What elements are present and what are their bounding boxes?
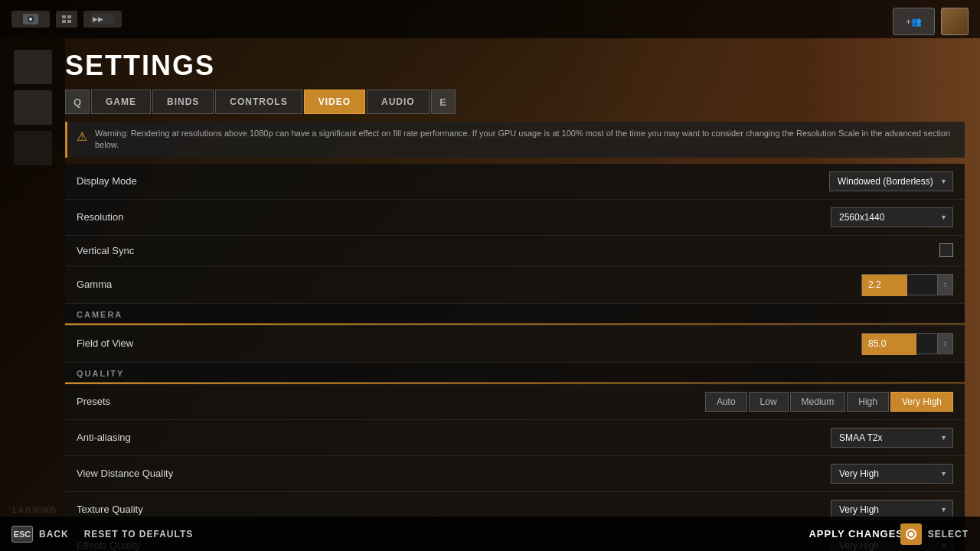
- resolution-control[interactable]: 2560x1440 1920x1080 980x551: [831, 207, 953, 227]
- apply-button[interactable]: APPLY CHANGES: [808, 528, 903, 540]
- top-bar-icons: ▶▶: [11, 11, 122, 28]
- antialiasing-label: Anti-aliasing: [77, 432, 131, 443]
- select-icon: [900, 523, 922, 545]
- gamma-slider[interactable]: 2.2 ↕: [861, 274, 953, 295]
- svg-point-2: [29, 18, 32, 21]
- antialiasing-control[interactable]: SMAA T2xSMAA 1xFXAAOff: [831, 428, 953, 448]
- tab-game[interactable]: GAME: [91, 90, 151, 114]
- tab-controls[interactable]: CONTROLS: [215, 90, 302, 114]
- display-mode-row: Display Mode Windowed (Borderless) Fulls…: [65, 164, 965, 200]
- preset-very-high[interactable]: Very High: [890, 392, 953, 412]
- preset-low[interactable]: Low: [749, 392, 789, 412]
- gamma-control[interactable]: 2.2 ↕: [861, 274, 953, 295]
- view-distance-control[interactable]: Very HighHighMediumLow: [831, 464, 953, 484]
- svg-rect-3: [62, 15, 66, 18]
- display-mode-select[interactable]: Windowed (Borderless) Fullscreen Windowe…: [829, 171, 953, 191]
- svg-point-10: [909, 532, 913, 536]
- tab-audio[interactable]: AUDIO: [367, 90, 430, 114]
- display-mode-control[interactable]: Windowed (Borderless) Fullscreen Windowe…: [829, 171, 953, 191]
- tab-bracket-q[interactable]: Q: [65, 90, 90, 114]
- top-bar: ▶▶ +👥: [0, 0, 980, 38]
- tab-bar: Q GAME BINDS CONTROLS VIDEO AUDIO E: [65, 90, 965, 114]
- avatar[interactable]: [941, 8, 969, 35]
- view-distance-row: View Distance Quality Very HighHighMediu…: [65, 456, 965, 492]
- esc-key[interactable]: ESC: [11, 526, 33, 543]
- svg-rect-5: [62, 20, 66, 23]
- sidebar-icon-3: [14, 131, 52, 165]
- texture-quality-label: Texture Quality: [77, 504, 143, 515]
- antialiasing-select[interactable]: SMAA T2xSMAA 1xFXAAOff: [831, 428, 953, 448]
- warning-box: ⚠ Warning: Rendering at resolutions abov…: [65, 122, 965, 158]
- view-distance-select[interactable]: Very HighHighMediumLow: [831, 464, 953, 484]
- steam-icon[interactable]: [11, 11, 50, 28]
- warning-icon: ⚠: [77, 129, 87, 145]
- resolution-label: Resolution: [77, 211, 123, 223]
- left-sidebar: [0, 38, 65, 551]
- nav-icon-1[interactable]: [56, 11, 77, 28]
- fov-value: 85.0: [868, 338, 886, 349]
- tab-binds[interactable]: BINDS: [152, 90, 214, 114]
- reset-button[interactable]: RESET TO DEFAULTS: [84, 529, 194, 540]
- presets-row: Presets Auto Low Medium High Very High: [65, 384, 965, 420]
- preset-medium[interactable]: Medium: [790, 392, 846, 412]
- sidebar-icon-2: [14, 90, 52, 125]
- preset-high[interactable]: High: [847, 392, 889, 412]
- presets-label: Presets: [77, 396, 110, 407]
- settings-panel: SETTINGS Q GAME BINDS CONTROLS VIDEO AUD…: [65, 38, 980, 551]
- fov-slider-btn[interactable]: ↕: [937, 333, 952, 354]
- reset-label: RESET TO DEFAULTS: [84, 529, 194, 540]
- main-content: SETTINGS Q GAME BINDS CONTROLS VIDEO AUD…: [0, 38, 980, 551]
- apply-label: APPLY CHANGES: [808, 528, 903, 540]
- resolution-select[interactable]: 2560x1440 1920x1080 980x551: [831, 207, 953, 227]
- tab-bracket-e[interactable]: E: [431, 90, 456, 114]
- bottom-bar: ESC BACK RESET TO DEFAULTS APPLY CHANGES…: [0, 517, 980, 551]
- display-mode-label: Display Mode: [77, 175, 137, 187]
- vsync-checkbox[interactable]: [939, 243, 953, 257]
- quality-section-header: QUALITY: [65, 363, 965, 383]
- gamma-label: Gamma: [77, 279, 112, 290]
- gamma-slider-btn[interactable]: ↕: [937, 274, 952, 295]
- select-label: SELECT: [928, 529, 969, 540]
- fov-label: Field of View: [77, 337, 133, 349]
- settings-content[interactable]: Display Mode Windowed (Borderless) Fulls…: [65, 164, 965, 551]
- resolution-row: Resolution 2560x1440 1920x1080 980x551: [65, 200, 965, 236]
- select-button[interactable]: SELECT: [900, 523, 969, 545]
- back-button[interactable]: ESC BACK: [11, 526, 69, 543]
- vsync-row: Vertical Sync: [65, 236, 965, 266]
- back-label: BACK: [39, 529, 69, 540]
- preset-auto[interactable]: Auto: [705, 392, 747, 412]
- sidebar-icon-1: [14, 50, 52, 84]
- vsync-control[interactable]: [939, 243, 953, 257]
- antialiasing-row: Anti-aliasing SMAA T2xSMAA 1xFXAAOff: [65, 420, 965, 456]
- view-distance-label: View Distance Quality: [77, 468, 173, 479]
- page-title: SETTINGS: [65, 38, 965, 90]
- warning-text: Warning: Rendering at resolutions above …: [95, 128, 956, 152]
- svg-rect-6: [67, 20, 71, 23]
- svg-text:▶▶: ▶▶: [93, 15, 103, 23]
- gamma-row: Gamma 2.2 ↕: [65, 266, 965, 304]
- vsync-label: Vertical Sync: [77, 245, 134, 256]
- top-right-icons: +👥: [893, 8, 969, 35]
- group-icon[interactable]: +👥: [893, 8, 935, 35]
- fov-slider[interactable]: 85.0 ↕: [861, 333, 953, 354]
- fov-control[interactable]: 85.0 ↕: [861, 333, 953, 354]
- gamma-value: 2.2: [868, 279, 881, 290]
- tab-video[interactable]: VIDEO: [304, 90, 365, 114]
- svg-rect-4: [67, 15, 71, 18]
- camera-section-header: CAMERA: [65, 304, 965, 324]
- fov-row: Field of View 85.0 ↕: [65, 325, 965, 363]
- nav-icon-2[interactable]: ▶▶: [83, 11, 122, 28]
- presets-control[interactable]: Auto Low Medium High Very High: [705, 392, 953, 412]
